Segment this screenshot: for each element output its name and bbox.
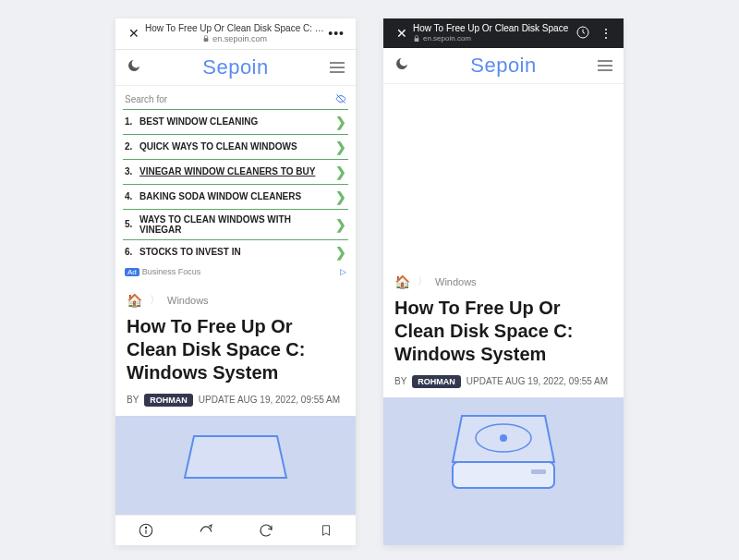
- address-title-block[interactable]: How To Free Up Or Clean Disk Space C: Wi…: [145, 23, 324, 44]
- info-icon[interactable]: [137, 521, 155, 540]
- chevron-right-icon: ❯: [335, 140, 346, 154]
- more-menu-icon[interactable]: •••: [324, 26, 348, 41]
- page-title-small: How To Free Up Or Clean Disk Space C: Wi…: [145, 23, 324, 34]
- update-date: UPDATE AUG 19, 2022, 09:55 AM: [199, 395, 340, 405]
- dark-mode-toggle[interactable]: [127, 58, 141, 77]
- article-title: How To Free Up Or Clean Disk Space C: Wi…: [394, 297, 612, 366]
- disk-drive-icon: [180, 427, 291, 501]
- ad-footer: AdBusiness Focus ▷: [123, 264, 348, 276]
- hero-image: [383, 397, 624, 545]
- address-bar: ✕ How To Free Up Or Clean Disk Space C: …: [115, 18, 356, 50]
- chevron-right-icon: ❯: [335, 189, 346, 204]
- ad-hide-icon[interactable]: [335, 93, 346, 106]
- close-icon[interactable]: ✕: [123, 26, 145, 41]
- ad-row[interactable]: 2. QUICK WAYS TO CLEAN WINDOWS ❯: [123, 134, 348, 159]
- svg-rect-5: [453, 462, 554, 488]
- chevron-right-icon: ❯: [335, 217, 346, 232]
- disk-drive-icon: [448, 408, 559, 501]
- more-menu-icon[interactable]: ⋮: [600, 26, 612, 41]
- page-url: en.sepoin.com: [413, 34, 572, 43]
- author-link[interactable]: ROHMAN: [412, 375, 461, 388]
- phone-right: ✕ How To Free Up Or Clean Disk Space en.…: [383, 18, 624, 545]
- brand-logo[interactable]: Sepoin: [470, 54, 537, 78]
- close-icon[interactable]: ✕: [391, 26, 413, 41]
- breadcrumb-item[interactable]: Windows: [167, 295, 209, 306]
- ad-row[interactable]: 3. VINEGAR WINDOW CLEANERS TO BUY ❯: [123, 159, 348, 184]
- chevron-right-icon: ❯: [335, 245, 346, 260]
- ad-row[interactable]: 1. BEST WINDOW CLEANING ❯: [123, 109, 348, 134]
- chevron-right-icon: ❯: [335, 115, 346, 129]
- dark-mode-toggle[interactable]: [394, 56, 409, 75]
- site-header: Sepoin: [115, 50, 356, 86]
- ad-row[interactable]: 4. BAKING SODA WINDOW CLEANERS ❯: [123, 184, 348, 209]
- site-header: Sepoin: [383, 48, 624, 84]
- history-icon[interactable]: [575, 25, 590, 42]
- chevron-right-icon: ❯: [335, 164, 346, 179]
- ad-row[interactable]: 5. WAYS TO CLEAN WINDOWS WITH VINEGAR ❯: [123, 209, 348, 239]
- ad-row[interactable]: 6. STOCKS TO INVEST IN ❯: [123, 239, 348, 264]
- bookmark-icon[interactable]: [317, 521, 335, 540]
- chevron-right-icon: 〉: [150, 293, 160, 307]
- svg-rect-8: [531, 469, 546, 474]
- lock-icon: [202, 35, 210, 43]
- chevron-right-icon: 〉: [418, 274, 428, 288]
- author-link[interactable]: ROHMAN: [144, 394, 193, 407]
- browser-toolbar: [115, 515, 356, 545]
- blank-space: [383, 84, 624, 269]
- breadcrumb-item[interactable]: Windows: [435, 276, 477, 287]
- menu-button[interactable]: [598, 60, 612, 71]
- share-icon[interactable]: [197, 521, 215, 540]
- byline: BY ROHMAN UPDATE AUG 19, 2022, 09:55 AM: [115, 394, 356, 416]
- moon-icon: [127, 58, 141, 73]
- page-url: en.sepoin.com: [145, 34, 324, 44]
- address-title-block[interactable]: How To Free Up Or Clean Disk Space en.se…: [413, 23, 572, 43]
- svg-point-2: [145, 527, 146, 528]
- breadcrumb: 🏠 〉 Windows: [383, 269, 624, 293]
- brand-logo[interactable]: Sepoin: [202, 55, 269, 79]
- lock-icon: [413, 35, 420, 43]
- ad-heading: Search for: [125, 94, 167, 104]
- reload-icon[interactable]: [257, 521, 275, 540]
- menu-button[interactable]: [330, 62, 345, 73]
- ad-choices-icon[interactable]: ▷: [340, 267, 346, 276]
- search-ad-block: Search for 1. BEST WINDOW CLEANING ❯ 2. …: [123, 91, 348, 276]
- phone-left: ✕ How To Free Up Or Clean Disk Space C: …: [115, 18, 356, 545]
- address-bar: ✕ How To Free Up Or Clean Disk Space en.…: [383, 18, 624, 48]
- home-icon[interactable]: 🏠: [127, 293, 142, 308]
- article-title: How To Free Up Or Clean Disk Space C: Wi…: [127, 315, 345, 384]
- byline: BY ROHMAN UPDATE AUG 19, 2022, 09:55 AM: [383, 375, 624, 397]
- moon-icon: [394, 56, 409, 71]
- update-date: UPDATE AUG 19, 2022, 09:55 AM: [466, 376, 608, 386]
- svg-point-7: [500, 434, 507, 442]
- breadcrumb: 🏠 〉 Windows: [115, 287, 356, 311]
- page-title-small: How To Free Up Or Clean Disk Space: [413, 23, 572, 34]
- home-icon[interactable]: 🏠: [394, 274, 410, 289]
